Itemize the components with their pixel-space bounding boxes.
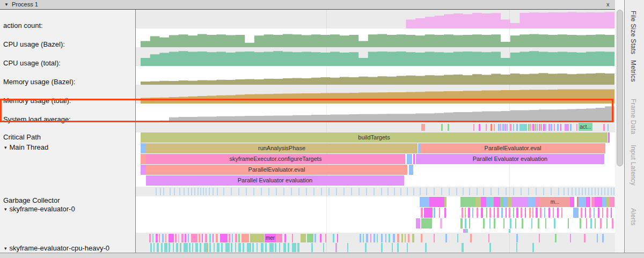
trace-event[interactable] bbox=[585, 208, 586, 218]
trace-event[interactable] bbox=[462, 208, 463, 218]
trace-event[interactable] bbox=[157, 243, 159, 252]
trace-event[interactable] bbox=[545, 218, 546, 228]
trace-event[interactable] bbox=[370, 234, 371, 242]
gc-event[interactable] bbox=[588, 188, 589, 195]
system-load-average-chart[interactable] bbox=[141, 104, 614, 122]
gc-event[interactable] bbox=[231, 188, 232, 195]
trace-event[interactable] bbox=[513, 208, 514, 218]
trace-event-parallel-evaluator-evaluation[interactable]: Parallel Evaluator evaluation bbox=[146, 175, 404, 186]
trace-event[interactable] bbox=[333, 234, 334, 242]
trace-event[interactable] bbox=[522, 218, 523, 228]
trace-event[interactable] bbox=[141, 165, 146, 175]
gc-event[interactable] bbox=[170, 188, 171, 195]
gc-event[interactable] bbox=[246, 188, 247, 195]
trace-event[interactable] bbox=[217, 243, 219, 252]
trace-event[interactable] bbox=[250, 234, 264, 242]
trace-event[interactable] bbox=[424, 208, 433, 218]
gc-event[interactable] bbox=[321, 188, 322, 195]
trace-event[interactable] bbox=[465, 218, 466, 228]
trace-event[interactable] bbox=[199, 234, 200, 242]
trace-event[interactable] bbox=[590, 218, 592, 228]
gc-event[interactable] bbox=[551, 188, 552, 195]
trace-event[interactable] bbox=[269, 243, 274, 252]
trace-event[interactable] bbox=[307, 234, 313, 242]
gc-event[interactable] bbox=[191, 188, 192, 195]
trace-event[interactable] bbox=[538, 218, 539, 228]
gc-event[interactable] bbox=[343, 188, 345, 195]
trace-event[interactable] bbox=[176, 243, 178, 252]
trace-event[interactable] bbox=[460, 197, 475, 207]
trace-event[interactable] bbox=[444, 197, 447, 207]
gc-event[interactable] bbox=[298, 188, 299, 195]
gc-event[interactable] bbox=[238, 188, 239, 195]
trace-event[interactable] bbox=[584, 234, 586, 242]
trace-event[interactable] bbox=[570, 234, 571, 242]
trace-event[interactable] bbox=[460, 218, 463, 228]
trace-event[interactable] bbox=[509, 229, 510, 233]
trace-event[interactable] bbox=[598, 208, 599, 218]
trace-event[interactable] bbox=[570, 124, 572, 131]
trace-event[interactable] bbox=[554, 218, 555, 228]
horizontal-scrollbar[interactable] bbox=[0, 253, 644, 258]
trace-event[interactable] bbox=[491, 124, 492, 131]
gc-event[interactable] bbox=[156, 188, 157, 195]
gc-event[interactable] bbox=[579, 188, 580, 195]
action-count-chart[interactable] bbox=[141, 10, 614, 28]
tab-metrics[interactable]: Metrics bbox=[630, 60, 637, 82]
trace-event[interactable] bbox=[161, 243, 163, 252]
trace-event[interactable] bbox=[184, 243, 188, 252]
gc-event[interactable] bbox=[506, 188, 507, 195]
trace-event[interactable] bbox=[600, 218, 602, 228]
trace-event[interactable] bbox=[489, 208, 491, 218]
gc-event[interactable] bbox=[572, 188, 573, 195]
trace-event[interactable] bbox=[545, 124, 546, 131]
trace-event[interactable] bbox=[441, 124, 443, 131]
trace-event-parallelevaluator-eval[interactable]: ParallelEvaluator.eval bbox=[146, 165, 407, 175]
trace-event[interactable] bbox=[543, 124, 545, 131]
trace-event[interactable] bbox=[561, 208, 562, 218]
trace-event[interactable] bbox=[385, 234, 386, 242]
trace-event[interactable] bbox=[532, 124, 534, 131]
expander-arrow-icon[interactable]: ▾ bbox=[4, 145, 7, 150]
trace-event[interactable] bbox=[548, 124, 550, 131]
gc-event[interactable] bbox=[358, 188, 360, 195]
gc-event[interactable] bbox=[276, 188, 277, 195]
trace-event[interactable] bbox=[421, 124, 425, 131]
trace-event[interactable] bbox=[503, 197, 508, 207]
expander-arrow-icon[interactable]: ▾ bbox=[4, 207, 7, 212]
trace-event[interactable] bbox=[241, 234, 249, 242]
trace-event[interactable] bbox=[252, 243, 254, 252]
gc-event[interactable] bbox=[420, 188, 421, 195]
gc-event[interactable] bbox=[374, 188, 375, 195]
trace-event[interactable] bbox=[416, 218, 420, 228]
trace-event[interactable] bbox=[539, 234, 540, 242]
gc-event[interactable] bbox=[400, 188, 401, 195]
trace-event[interactable] bbox=[279, 243, 280, 252]
trace-event[interactable] bbox=[489, 243, 491, 252]
trace-event[interactable] bbox=[528, 124, 530, 131]
trace-event[interactable] bbox=[488, 234, 489, 242]
gc-event[interactable] bbox=[351, 188, 352, 195]
trace-event[interactable] bbox=[515, 218, 516, 228]
trace-event[interactable] bbox=[188, 234, 189, 242]
close-icon[interactable]: x bbox=[606, 1, 610, 8]
trace-event[interactable] bbox=[202, 234, 203, 242]
gc-event[interactable] bbox=[543, 188, 544, 195]
trace-event[interactable] bbox=[560, 124, 561, 131]
trace-event[interactable] bbox=[510, 218, 511, 228]
tab-alerts[interactable]: Alerts bbox=[630, 208, 637, 225]
trace-event[interactable] bbox=[191, 234, 197, 242]
gc-event[interactable] bbox=[521, 188, 522, 195]
trace-event[interactable] bbox=[200, 243, 201, 252]
trace-event[interactable] bbox=[486, 208, 487, 218]
trace-event[interactable] bbox=[516, 124, 518, 131]
trace-event[interactable] bbox=[576, 124, 577, 131]
trace-event[interactable] bbox=[586, 197, 590, 207]
trace-event[interactable] bbox=[597, 234, 598, 242]
trace-event[interactable] bbox=[165, 234, 166, 242]
trace-event[interactable] bbox=[407, 154, 412, 164]
trace-event[interactable] bbox=[213, 234, 214, 242]
gc-event[interactable] bbox=[394, 188, 395, 195]
trace-event[interactable] bbox=[606, 208, 608, 218]
trace-event[interactable] bbox=[408, 234, 409, 242]
